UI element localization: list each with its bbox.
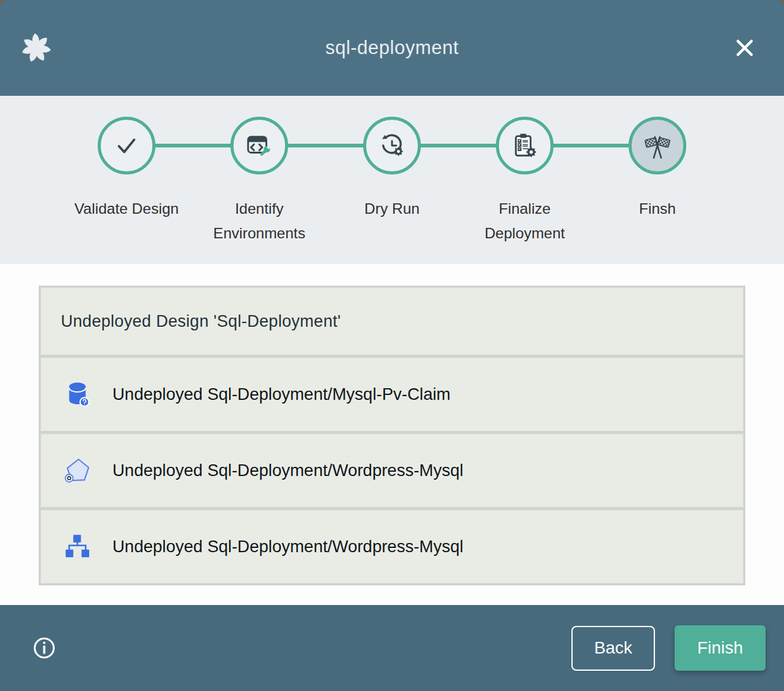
step-finalize-deployment[interactable]: Finalize Deployment — [458, 117, 591, 246]
step-circle — [629, 117, 686, 174]
finish-flags-icon — [643, 131, 672, 160]
close-button[interactable] — [731, 34, 758, 61]
step-label: Identify Environments — [207, 197, 312, 246]
clipboard-gear-icon — [511, 131, 539, 160]
list-item[interactable]: Undeployed Sql-Deployment/Wordpress-Mysq… — [41, 434, 743, 507]
list-header-row: Undeployed Design 'Sql-Deployment' — [41, 287, 743, 355]
info-button[interactable] — [31, 634, 58, 662]
deployment-result-panel: Undeployed Design 'Sql-Deployment' Undep… — [39, 286, 745, 585]
step-label: Finalize Deployment — [472, 197, 577, 246]
step-circle — [363, 117, 421, 174]
step-label: Validate Design — [74, 197, 179, 221]
list-item-text: Undeployed Sql-Deployment/Mysql-Pv-Claim — [112, 385, 450, 404]
hierarchy-icon — [63, 533, 92, 561]
deployment-wizard-modal: sql-deployment Validate Design — [0, 0, 784, 691]
list-item-text: Undeployed Sql-Deployment/Wordpress-Mysq… — [112, 537, 463, 556]
list-item[interactable]: Undeployed Sql-Deployment/Mysql-Pv-Claim — [41, 357, 743, 431]
stepper: Validate Design — [0, 96, 784, 264]
dry-run-history-icon — [378, 131, 406, 160]
finish-button[interactable]: Finish — [675, 625, 766, 671]
step-dry-run[interactable]: Dry Run — [326, 117, 458, 246]
modal-title: sql-deployment — [0, 37, 784, 59]
list-header-text: Undeployed Design 'Sql-Deployment' — [61, 312, 341, 331]
step-label: Dry Run — [364, 197, 420, 221]
close-icon — [734, 37, 755, 58]
back-button[interactable]: Back — [571, 626, 655, 671]
pentagon-component-icon — [63, 456, 92, 485]
list-item[interactable]: Undeployed Sql-Deployment/Wordpress-Mysq… — [41, 510, 743, 584]
modal-footer: Back Finish — [0, 605, 784, 691]
step-identify-environments[interactable]: Identify Environments — [193, 117, 326, 246]
check-icon — [112, 131, 141, 160]
step-finish[interactable]: Finsh — [591, 117, 724, 246]
database-question-icon — [63, 380, 92, 408]
step-circle — [230, 117, 288, 174]
deployment-result-area: Undeployed Design 'Sql-Deployment' Undep… — [0, 264, 784, 605]
list-item-text: Undeployed Sql-Deployment/Wordpress-Mysq… — [112, 461, 463, 480]
step-circle — [98, 117, 155, 174]
step-validate-design[interactable]: Validate Design — [60, 117, 193, 246]
info-icon — [32, 636, 57, 660]
code-tools-icon — [245, 131, 273, 160]
step-circle — [496, 117, 554, 174]
modal-header: sql-deployment — [0, 0, 784, 96]
step-label: Finsh — [639, 197, 676, 221]
